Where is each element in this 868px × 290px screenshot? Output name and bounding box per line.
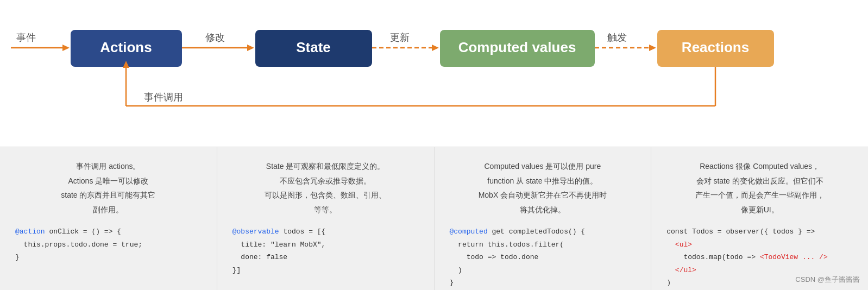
svg-text:事件: 事件 (16, 32, 36, 43)
svg-text:Actions: Actions (100, 39, 152, 55)
desc-col1: 事件调用 actions。 Actions 是唯一可以修改 state 的东西并… (15, 159, 202, 217)
svg-text:State: State (296, 39, 331, 55)
svg-text:事件调用: 事件调用 (144, 92, 183, 103)
watermark: CSDN @鱼子酱酱酱 (795, 275, 860, 285)
flow-diagram: 事件 Actions 修改 State 更新 Computed values 触… (0, 0, 868, 147)
code-col2: @observable todos = [{ title: "learn Mob… (232, 225, 419, 276)
svg-text:更新: 更新 (390, 32, 410, 43)
svg-text:Reactions: Reactions (682, 39, 749, 55)
bottom-col-4: Reactions 很像 Computed values， 会对 state 的… (651, 147, 868, 290)
svg-text:触发: 触发 (607, 32, 627, 43)
desc-col3: Computed values 是可以使用 pure function 从 st… (450, 159, 636, 217)
svg-text:Computed values: Computed values (458, 39, 576, 55)
diagram-area: 事件 Actions 修改 State 更新 Computed values 触… (0, 0, 868, 147)
bottom-section: 事件调用 actions。 Actions 是唯一可以修改 state 的东西并… (0, 147, 868, 290)
bottom-col-3: Computed values 是可以使用 pure function 从 st… (435, 147, 652, 290)
bottom-col-2: State 是可观察和最低限度定义的。 不应包含冗余或推导数据。 可以是图形，包… (217, 147, 435, 290)
svg-marker-1 (62, 45, 70, 51)
desc-col4: Reactions 很像 Computed values， 会对 state 的… (666, 159, 853, 217)
bottom-col-1: 事件调用 actions。 Actions 是唯一可以修改 state 的东西并… (0, 147, 217, 290)
svg-marker-11 (432, 45, 439, 51)
code-col3: @computed get completedTodos() { return … (450, 225, 636, 289)
svg-text:修改: 修改 (205, 32, 225, 43)
desc-col2: State 是可观察和最低限度定义的。 不应包含冗余或推导数据。 可以是图形，包… (232, 159, 419, 217)
code-col1: @action onClick = () => { this.props.tod… (15, 225, 202, 263)
svg-marker-6 (247, 45, 254, 51)
svg-marker-16 (649, 45, 656, 51)
